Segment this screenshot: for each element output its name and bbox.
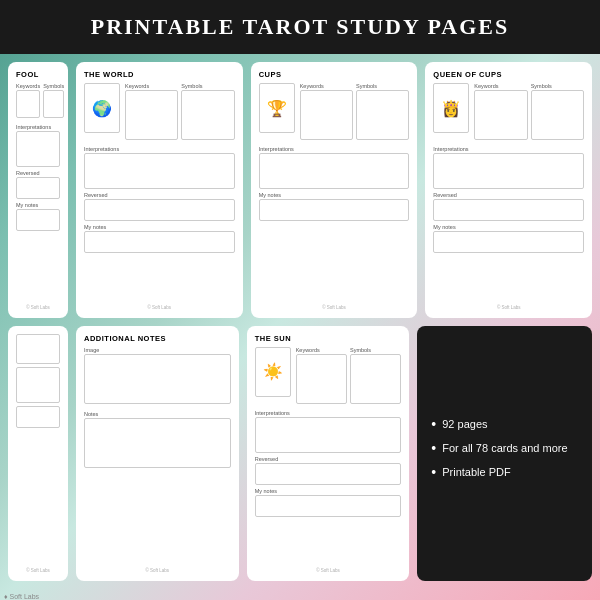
cups-title: CUPS — [259, 70, 410, 79]
sun-rev-box — [255, 463, 402, 485]
info-panel: • 92 pages • For all 78 cards and more •… — [417, 326, 592, 582]
queen-sym-label: Symbols — [531, 83, 584, 89]
world-interp-label: Interpretations — [84, 146, 235, 152]
world-sym-label: Symbols — [181, 83, 234, 89]
sun-icon: ☀️ — [263, 362, 283, 381]
row-2: © Soft Labs ADDITIONAL NOTES Image Notes… — [8, 326, 592, 582]
notes-footer: © Soft Labs — [84, 566, 231, 573]
card-additional-notes: ADDITIONAL NOTES Image Notes © Soft Labs — [76, 326, 239, 582]
world-footer: © Soft Labs — [84, 303, 235, 310]
sun-footer: © Soft Labs — [255, 566, 402, 573]
card-fool-partial: FOOL Keywords Symbols Interpretations — [8, 62, 68, 318]
cups-icon: 🏆 — [267, 99, 287, 118]
world-kw-label: Keywords — [125, 83, 178, 89]
cups-notes-label: My notes — [259, 192, 410, 198]
bullet-1: • — [431, 417, 436, 431]
page-header: PRINTABLE TAROT STUDY PAGES — [0, 0, 600, 54]
fool-rev-label: Reversed — [16, 170, 60, 176]
fool-rev-box — [16, 177, 60, 199]
content-area: FOOL Keywords Symbols Interpretations — [0, 54, 600, 589]
world-rev-label: Reversed — [84, 192, 235, 198]
fool-sym-label: Symbols — [43, 83, 64, 89]
header-title: PRINTABLE TAROT STUDY PAGES — [91, 14, 510, 39]
world-sym-box — [181, 90, 234, 140]
cups-sym-label: Symbols — [356, 83, 409, 89]
world-rev-box — [84, 199, 235, 221]
world-kw-box — [125, 90, 178, 140]
sun-sym-box — [350, 354, 401, 404]
fool-footer: © Soft Labs — [16, 303, 60, 310]
sun-interp-box — [255, 417, 402, 453]
sun-title: THE SUN — [255, 334, 402, 343]
sun-notes-box — [255, 495, 402, 517]
cups-notes-box — [259, 199, 410, 221]
fool-title: FOOL — [16, 70, 60, 79]
queen-kw-box — [474, 90, 527, 140]
world-notes-box — [84, 231, 235, 253]
fool-interp-box — [16, 131, 60, 167]
queen-notes-box — [433, 231, 584, 253]
world-image: 🌍 — [84, 83, 120, 133]
branding: ♦ Soft Labs — [0, 593, 600, 600]
row-1: FOOL Keywords Symbols Interpretations — [8, 62, 592, 318]
notes-notes-label: Notes — [84, 411, 231, 417]
queen-rev-label: Reversed — [433, 192, 584, 198]
fool-sym-box — [43, 90, 64, 118]
info-item-1: • 92 pages — [431, 417, 578, 431]
sun-kw-box — [296, 354, 347, 404]
cups-kw-box — [300, 90, 353, 140]
sun-image: ☀️ — [255, 347, 291, 397]
queen-icon: 👸 — [441, 99, 461, 118]
queen-interp-box — [433, 153, 584, 189]
partial2-box1 — [16, 334, 60, 364]
info-item-2: • For all 78 cards and more — [431, 441, 578, 455]
cups-kw-label: Keywords — [300, 83, 353, 89]
fool-notes-label: My notes — [16, 202, 60, 208]
cups-interp-box — [259, 153, 410, 189]
notes-notes-box — [84, 418, 231, 468]
info-text-2: For all 78 cards and more — [442, 441, 567, 455]
partial2-box2 — [16, 367, 60, 403]
notes-image-label: Image — [84, 347, 231, 353]
info-item-3: • Printable PDF — [431, 465, 578, 479]
fool-notes-box — [16, 209, 60, 231]
world-notes-label: My notes — [84, 224, 235, 230]
sun-sym-label: Symbols — [350, 347, 401, 353]
info-text-3: Printable PDF — [442, 465, 510, 479]
cups-footer: © Soft Labs — [259, 303, 410, 310]
sun-notes-label: My notes — [255, 488, 402, 494]
queen-title: QUEEN OF CUPS — [433, 70, 584, 79]
cups-sym-box — [356, 90, 409, 140]
world-interp-box — [84, 153, 235, 189]
fool-kw-label: Keywords — [16, 83, 40, 89]
queen-image: 👸 — [433, 83, 469, 133]
queen-interp-label: Interpretations — [433, 146, 584, 152]
partial2-box3 — [16, 406, 60, 428]
world-icon: 🌍 — [92, 99, 112, 118]
info-text-1: 92 pages — [442, 417, 487, 431]
bullet-2: • — [431, 441, 436, 455]
sun-rev-label: Reversed — [255, 456, 402, 462]
queen-kw-label: Keywords — [474, 83, 527, 89]
card-partial-2: © Soft Labs — [8, 326, 68, 582]
queen-sym-box — [531, 90, 584, 140]
cups-interp-label: Interpretations — [259, 146, 410, 152]
card-cups: CUPS 🏆 Keywords Symbols Interpreta — [251, 62, 418, 318]
card-the-sun: THE SUN ☀️ Keywords Symbols Interpr — [247, 326, 410, 582]
card-queen-of-cups: QUEEN OF CUPS 👸 Keywords Symbols I — [425, 62, 592, 318]
main-container: PRINTABLE TAROT STUDY PAGES FOOL Keyword… — [0, 0, 600, 600]
card-the-world: THE WORLD 🌍 Keywords Symbols Inter — [76, 62, 243, 318]
fool-interp-label: Interpretations — [16, 124, 60, 130]
sun-kw-label: Keywords — [296, 347, 347, 353]
queen-notes-label: My notes — [433, 224, 584, 230]
queen-rev-box — [433, 199, 584, 221]
world-title: THE WORLD — [84, 70, 235, 79]
cups-image: 🏆 — [259, 83, 295, 133]
bullet-3: • — [431, 465, 436, 479]
partial2-footer: © Soft Labs — [16, 566, 60, 573]
queen-footer: © Soft Labs — [433, 303, 584, 310]
fool-kw-box — [16, 90, 40, 118]
notes-image-box — [84, 354, 231, 404]
notes-title: ADDITIONAL NOTES — [84, 334, 231, 343]
sun-interp-label: Interpretations — [255, 410, 402, 416]
